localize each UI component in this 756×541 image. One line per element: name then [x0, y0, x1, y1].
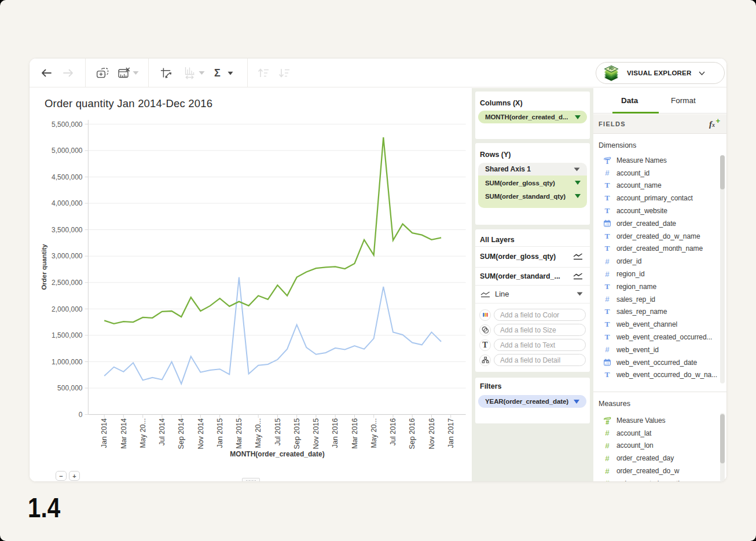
svg-text:Sep 2016: Sep 2016	[408, 418, 416, 449]
svg-text:MONTH(order_created_date): MONTH(order_created_date)	[230, 450, 324, 458]
svg-text:1,500,000: 1,500,000	[52, 331, 83, 339]
svg-text:4,500,000: 4,500,000	[52, 173, 83, 181]
svg-text:3,500,000: 3,500,000	[52, 226, 83, 234]
svg-text:Nov 2014: Nov 2014	[197, 418, 205, 449]
svg-text:500,000: 500,000	[57, 384, 83, 392]
svg-text:Nov 2016: Nov 2016	[428, 418, 436, 449]
svg-text:5,500,000: 5,500,000	[52, 120, 83, 129]
svg-text:Jan 2017: Jan 2017	[447, 418, 455, 448]
svg-text:Order quantity: Order quantity	[41, 244, 47, 290]
svg-text:1,000,000: 1,000,000	[52, 358, 83, 366]
svg-text:Sep 2015: Sep 2015	[293, 418, 301, 449]
svg-text:Jul 2015: Jul 2015	[274, 418, 282, 445]
svg-text:2,000,000: 2,000,000	[52, 305, 83, 313]
svg-text:3,000,000: 3,000,000	[52, 252, 83, 260]
svg-text:Jul 2016: Jul 2016	[389, 418, 397, 445]
svg-text:Jan 2015: Jan 2015	[216, 418, 224, 448]
svg-text:#: #	[605, 418, 609, 425]
svg-text:Sep 2014: Sep 2014	[177, 418, 185, 449]
svg-text:Mar 2014: Mar 2014	[120, 418, 128, 449]
svg-text:Jan 2016: Jan 2016	[331, 418, 339, 448]
svg-text:4,000,000: 4,000,000	[52, 199, 83, 207]
svg-text:May 20...: May 20...	[139, 418, 147, 448]
svg-text:5,000,000: 5,000,000	[52, 147, 83, 155]
svg-text:0: 0	[79, 411, 83, 419]
svg-text:Mar 2016: Mar 2016	[351, 418, 359, 449]
svg-text:T: T	[605, 158, 610, 165]
svg-text:May 20...: May 20...	[254, 418, 262, 448]
svg-text:2,500,000: 2,500,000	[52, 279, 83, 287]
svg-text:Jan 2014: Jan 2014	[100, 418, 108, 448]
svg-text:Nov 2015: Nov 2015	[312, 418, 320, 449]
svg-text:Jul 2014: Jul 2014	[158, 418, 166, 445]
svg-text:Mar 2015: Mar 2015	[235, 418, 243, 449]
svg-text:May 20...: May 20...	[370, 418, 378, 448]
